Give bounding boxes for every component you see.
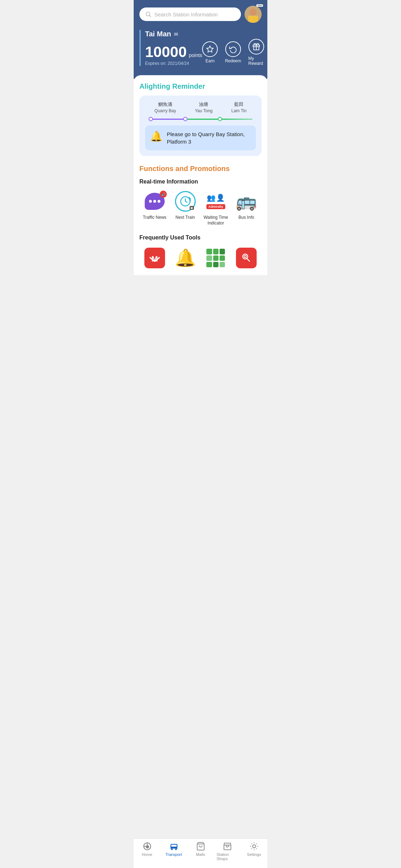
admiralty-people-icon: 👥 👤	[207, 193, 225, 202]
station-quarry-bay: 鰂魚涌 Quarry Bay	[154, 101, 176, 113]
bus-info-button[interactable]: 🚌 Bus Info	[233, 191, 260, 221]
search-icon	[145, 11, 151, 17]
svg-point-0	[146, 12, 150, 16]
svg-line-14	[247, 259, 250, 261]
points-label: points	[189, 52, 202, 58]
search-placeholder: Search Station Information	[154, 11, 218, 17]
expires-text: Expires on: 2021/04/24	[145, 61, 202, 66]
reward-button[interactable]: My Reward	[248, 39, 264, 66]
alighting-title: Alighting Reminder	[139, 82, 262, 91]
real-time-icons-grid: 🔊 Traffic News	[139, 191, 262, 226]
traffic-badge: 🔊	[160, 191, 167, 198]
qr-tool-button[interactable]	[204, 247, 227, 269]
mtr-tool-button[interactable]: M	[143, 247, 166, 269]
redeem-button[interactable]: Redeem	[225, 41, 241, 63]
svg-text:M: M	[151, 254, 158, 263]
svg-marker-5	[207, 46, 213, 52]
traffic-news-icon: 🔊	[145, 193, 165, 210]
real-time-info-label: Real-time Information	[139, 179, 262, 185]
points-number: 10000	[145, 45, 187, 60]
bus-icon: 🚌	[236, 193, 257, 210]
route-line	[149, 117, 252, 121]
user-name: Tai Man	[145, 30, 171, 38]
functions-title: Functions and Promotions	[139, 165, 262, 173]
user-info: Tai Man ✉ 10000 points Expires on: 2021/…	[139, 30, 262, 66]
next-train-button[interactable]: ▣ Next Train	[172, 191, 199, 221]
qr-grid-icon	[206, 249, 225, 267]
earn-button[interactable]: Earn	[202, 41, 218, 63]
traffic-news-label: Traffic News	[143, 215, 166, 221]
train-route-card: 鰂魚涌 Quarry Bay 油塘 Yau Tong 藍田 Lam Tin	[139, 95, 262, 156]
redeem-label: Redeem	[225, 58, 241, 63]
svg-line-1	[149, 15, 151, 17]
traffic-news-button[interactable]: 🔊 Traffic News	[141, 191, 168, 221]
admiralty-button[interactable]: 👥 👤 Admiralty Waiting Time Indicator	[202, 191, 229, 226]
svg-point-3	[250, 9, 257, 16]
location-search-icon	[236, 248, 257, 268]
alarm-icon: 🔔	[175, 248, 196, 268]
svg-rect-4	[248, 16, 258, 23]
admiralty-badge: Admiralty	[206, 204, 226, 209]
avatar-image	[245, 6, 262, 23]
redeem-icon	[225, 41, 241, 57]
station-lam-tin: 藍田 Lam Tin	[231, 101, 247, 113]
next-train-icon: ▣	[175, 191, 196, 212]
monitor-badge: ▣	[190, 206, 194, 210]
alighting-reminder: 🔔 Please go to Quarry Bay Station, Platf…	[145, 125, 256, 150]
alarm-tool-button[interactable]: 🔔	[174, 247, 197, 269]
earn-label: Earn	[205, 58, 214, 63]
reward-icon	[248, 39, 264, 55]
avatar[interactable]	[245, 6, 262, 23]
email-icon: ✉	[174, 31, 178, 37]
tools-grid: M 🔔	[139, 247, 262, 269]
admiralty-label: Waiting Time Indicator	[202, 215, 229, 226]
station-yau-tong: 油塘 Yau Tong	[195, 101, 213, 113]
chat-bubble-badge	[256, 4, 263, 7]
location-search-tool-button[interactable]	[235, 247, 258, 269]
reminder-text: Please go to Quarry Bay Station, Platfor…	[167, 130, 251, 145]
svg-point-15	[244, 255, 246, 258]
bus-info-label: Bus Info	[238, 215, 254, 221]
frequently-used-label: Frequently Used Tools	[139, 234, 262, 241]
reward-label: My Reward	[248, 56, 264, 66]
bell-icon: 🔔	[150, 130, 163, 142]
mtr-icon: M	[144, 248, 165, 268]
next-train-label: Next Train	[175, 215, 195, 221]
search-bar[interactable]: Search Station Information	[139, 7, 241, 21]
earn-icon	[202, 41, 218, 57]
